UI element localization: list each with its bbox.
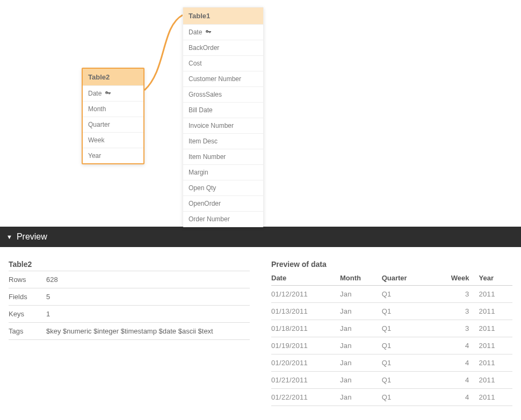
info-row: Keys 1 xyxy=(9,306,250,323)
field-row[interactable]: Item Desc xyxy=(183,134,263,149)
table-cell: Q1 xyxy=(382,354,431,372)
caret-down-icon: ▼ xyxy=(6,234,12,240)
field-label: Cost xyxy=(189,60,202,67)
table-cell: 3 xyxy=(431,303,479,320)
field-label: Bill Date xyxy=(189,106,213,114)
preview-body: Table2 Rows 628 Fields 5 Keys 1 Tags $ke… xyxy=(0,247,521,406)
table-cell: Jan xyxy=(340,303,382,320)
table-row[interactable]: 01/20/2011JanQ142011 xyxy=(271,354,512,372)
field-row[interactable]: Date xyxy=(183,25,263,40)
table-cell: 2011 xyxy=(479,354,512,372)
table-cell: Jan xyxy=(340,337,382,354)
table-table2[interactable]: Table2 Date Month Quarter Week Year xyxy=(82,68,144,164)
field-row[interactable]: Quarter xyxy=(83,117,143,133)
data-preview-table: Date Month Quarter Week Year 01/12/2011J… xyxy=(271,271,512,406)
table-cell: 2011 xyxy=(479,286,512,303)
field-label: Invoice Number xyxy=(189,122,234,129)
table-cell: Q1 xyxy=(382,389,431,406)
field-row[interactable]: GrossSales xyxy=(183,87,263,103)
table-cell: Jan xyxy=(340,320,382,337)
info-row: Rows 628 xyxy=(9,271,250,288)
table-row[interactable]: 01/21/2011JanQ142011 xyxy=(271,372,512,389)
data-header-row: Date Month Quarter Week Year xyxy=(271,271,512,286)
field-row[interactable]: Margin xyxy=(183,165,263,180)
info-value: 628 xyxy=(46,271,250,288)
table-row[interactable]: 01/22/2011JanQ142011 xyxy=(271,389,512,406)
table-cell: 01/21/2011 xyxy=(271,372,340,389)
table-cell: Jan xyxy=(340,372,382,389)
info-row: Tags $key $numeric $integer $timestamp $… xyxy=(9,323,250,340)
field-row[interactable]: Year xyxy=(83,148,143,163)
info-label: Fields xyxy=(9,288,46,306)
col-header[interactable]: Quarter xyxy=(382,271,431,286)
table-cell: 4 xyxy=(431,389,479,406)
table-cell: Q1 xyxy=(382,372,431,389)
table-cell: 01/20/2011 xyxy=(271,354,340,372)
table-row[interactable]: 01/19/2011JanQ142011 xyxy=(271,337,512,354)
field-label: Item Number xyxy=(189,153,226,161)
table-header-table2[interactable]: Table2 xyxy=(83,69,143,86)
col-header[interactable]: Date xyxy=(271,271,340,286)
table-cell: 2011 xyxy=(479,337,512,354)
preview-panel-header[interactable]: ▼ Preview xyxy=(0,227,521,247)
field-row[interactable]: Bill Date xyxy=(183,103,263,118)
field-row[interactable]: Open Qty xyxy=(183,180,263,196)
field-label: Quarter xyxy=(88,121,110,128)
table-row[interactable]: 01/12/2011JanQ132011 xyxy=(271,286,512,303)
info-table: Rows 628 Fields 5 Keys 1 Tags $key $nume… xyxy=(9,271,250,340)
data-model-canvas[interactable]: Table2 Date Month Quarter Week Year Tabl… xyxy=(0,0,521,227)
field-label: OpenOrder xyxy=(189,200,221,207)
field-label: Date xyxy=(189,28,202,36)
table-table1[interactable]: Table1 Date BackOrder Cost Customer Numb… xyxy=(183,7,264,227)
field-row[interactable]: BackOrder xyxy=(183,40,263,56)
field-label: Margin xyxy=(189,169,208,176)
table-row[interactable]: 01/13/2011JanQ132011 xyxy=(271,303,512,320)
field-row[interactable]: Cost xyxy=(183,56,263,71)
field-row[interactable]: OpenOrder xyxy=(183,196,263,212)
field-label: GrossSales xyxy=(189,91,222,98)
table-cell: 3 xyxy=(431,320,479,337)
table-cell: 4 xyxy=(431,337,479,354)
table-title: Table1 xyxy=(189,12,210,20)
col-header[interactable]: Year xyxy=(479,271,512,286)
table-cell: 01/12/2011 xyxy=(271,286,340,303)
table-cell: Jan xyxy=(340,389,382,406)
field-label: Week xyxy=(88,136,104,144)
info-label: Rows xyxy=(9,271,46,288)
field-row[interactable]: Customer Number xyxy=(183,71,263,87)
field-row[interactable]: Date xyxy=(83,86,143,102)
col-header[interactable]: Week xyxy=(431,271,479,286)
table-title: Table2 xyxy=(88,73,110,81)
table-cell: 01/13/2011 xyxy=(271,303,340,320)
field-row[interactable]: Week xyxy=(83,133,143,148)
info-row: Fields 5 xyxy=(9,288,250,306)
info-value: $key $numeric $integer $timestamp $date … xyxy=(46,323,250,340)
field-row[interactable]: Item Number xyxy=(183,149,263,165)
field-row[interactable]: Order Number xyxy=(183,212,263,227)
field-row[interactable]: Invoice Number xyxy=(183,118,263,134)
field-label: Open Qty xyxy=(189,184,216,192)
table-cell: 01/22/2011 xyxy=(271,389,340,406)
table-cell: 01/19/2011 xyxy=(271,337,340,354)
table-cell: 2011 xyxy=(479,372,512,389)
table-row[interactable]: 01/18/2011JanQ132011 xyxy=(271,320,512,337)
table-cell: 4 xyxy=(431,354,479,372)
col-header[interactable]: Month xyxy=(340,271,382,286)
table-cell: Q1 xyxy=(382,286,431,303)
field-label: Order Number xyxy=(189,215,230,223)
data-preview-title: Preview of data xyxy=(271,260,512,269)
field-label: Customer Number xyxy=(189,75,241,83)
table-cell: 2011 xyxy=(479,303,512,320)
key-icon xyxy=(105,90,111,97)
table-cell: 2011 xyxy=(479,389,512,406)
info-title: Table2 xyxy=(9,260,250,269)
table-cell: 01/18/2011 xyxy=(271,320,340,337)
data-preview-panel: Preview of data Date Month Quarter Week … xyxy=(271,260,512,406)
table-cell: 3 xyxy=(431,286,479,303)
table-cell: 4 xyxy=(431,372,479,389)
field-label: Item Desc xyxy=(189,137,218,145)
table-cell: Q1 xyxy=(382,337,431,354)
table-header-table1[interactable]: Table1 xyxy=(183,8,263,25)
field-label: BackOrder xyxy=(189,44,219,52)
field-row[interactable]: Month xyxy=(83,102,143,117)
